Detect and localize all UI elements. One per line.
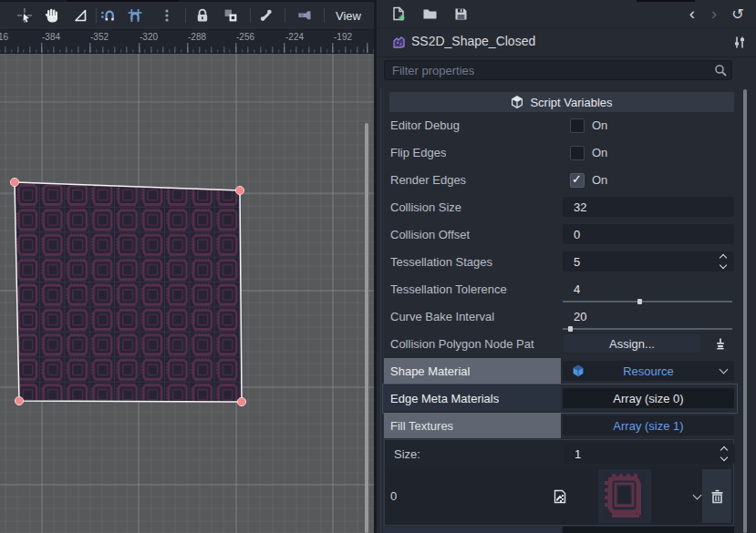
delete-item-button[interactable] [702, 469, 731, 523]
ruler-label: -288 [188, 32, 206, 42]
curve-bake-interval-field[interactable]: 20 [563, 306, 734, 326]
toolbar-separator [324, 8, 325, 23]
property-row-curve-bake-interval: Curve Bake Interval 20 [384, 302, 734, 330]
viewport-vertical-scrollbar[interactable] [365, 123, 368, 533]
checkbox-text: On [592, 142, 607, 162]
field-value: 32 [574, 197, 586, 217]
camera-icon[interactable] [294, 5, 316, 26]
smart-snap-icon[interactable] [97, 5, 119, 26]
node-class-icon [388, 32, 409, 52]
property-row-shape-material: Shape Material Resource [384, 357, 734, 384]
search-icon [714, 64, 727, 79]
bone-icon[interactable] [255, 5, 277, 26]
filter-row [377, 56, 756, 85]
history-forward-icon[interactable]: › [703, 4, 725, 24]
canvas-toolbar: View [0, 2, 374, 30]
history-back-icon[interactable]: ‹ [681, 4, 703, 24]
object-history-icon[interactable]: ↺ [727, 4, 749, 24]
shape-material-resource[interactable]: Resource [563, 361, 734, 381]
toolbar-separator [185, 8, 186, 23]
ruler-label: -320 [140, 32, 158, 42]
tessellation-stages-field[interactable]: 5 [563, 251, 734, 272]
select-tool-icon[interactable] [14, 5, 36, 26]
checkbox-text: On [592, 115, 607, 135]
ruler-label: -352 [90, 32, 109, 42]
array-size-row: Size: 1 [385, 440, 733, 467]
trash-icon [710, 489, 724, 504]
lock-icon[interactable] [192, 5, 213, 26]
texture-thumbnail[interactable] [598, 469, 651, 523]
new-resource-icon[interactable] [388, 4, 409, 24]
inspector-scrollbar[interactable] [743, 89, 747, 533]
property-row-edge-meta-materials: Edge Meta Materials Array (size 0) [384, 384, 734, 412]
field-value: Array (size 1) [563, 415, 734, 436]
ruler-label: -384 [42, 32, 60, 42]
editor-debug-checkbox[interactable] [570, 118, 585, 133]
property-label: Edge Meta Materials [390, 384, 499, 412]
spinner-updown-icon[interactable] [720, 446, 729, 461]
ruler-label: -224 [285, 32, 304, 42]
field-value: 0 [574, 224, 580, 244]
assign-node-path-button[interactable]: Assign... [563, 333, 701, 354]
edge-meta-materials-array-button[interactable]: Array (size 0) [563, 388, 734, 408]
tessellation-tolerence-field[interactable]: 4 [563, 279, 734, 299]
next-property-value-partial [563, 527, 734, 533]
array-size-field[interactable]: 1 [564, 444, 735, 464]
edit-texture-icon[interactable] [553, 489, 567, 507]
script-cube-icon [511, 96, 523, 108]
field-value: 1 [575, 444, 581, 464]
property-row-render-edges: Render Edges On [384, 166, 734, 193]
canvas-viewport[interactable] [0, 54, 374, 533]
array-size-label: Size: [394, 440, 420, 467]
chevron-down-icon[interactable] [720, 366, 727, 374]
field-value: Array (size 0) [563, 388, 734, 408]
spinner-updown-icon[interactable] [719, 254, 728, 269]
property-label: Flip Edges [390, 138, 446, 166]
pan-hand-icon[interactable] [41, 5, 63, 26]
node-picker-icon[interactable] [709, 333, 732, 354]
fill-textures-array-editor: Size: 1 0 [384, 439, 734, 526]
godot-editor-window: View -416 -384 -352 -320 -288 -256 -224 … [0, 0, 756, 533]
field-value: Resource [563, 361, 734, 381]
load-resource-icon[interactable] [419, 4, 440, 24]
ruler-tool-icon[interactable] [69, 5, 91, 26]
toolbar-separator [285, 8, 285, 23]
grid-snap-icon[interactable] [124, 5, 146, 26]
property-row-tessellation-stages: Tessellation Stages 5 [384, 248, 734, 275]
script-variables-header[interactable]: Script Variables [389, 92, 734, 112]
checkbox-text: On [592, 169, 607, 190]
flip-edges-checkbox[interactable] [570, 146, 585, 160]
property-label: Tessellation Stages [390, 248, 492, 275]
inspector-toolbar: ‹ › ↺ [377, 0, 756, 28]
section-title: Script Variables [530, 96, 612, 109]
ruler-label: -192 [334, 32, 352, 42]
property-label: Tessellation Tolerence [390, 275, 507, 302]
filter-properties-input[interactable] [384, 60, 732, 80]
inspector-tools-icon[interactable] [729, 32, 751, 52]
property-label: Collision Offset [390, 220, 470, 248]
property-row-tessellation-tolerence: Tessellation Tolerence 4 [384, 275, 734, 302]
property-label: Shape Material [390, 357, 470, 384]
property-label: Render Edges [390, 166, 466, 193]
collision-size-field[interactable]: 32 [563, 197, 734, 217]
fill-textures-array-button[interactable]: Array (size 1) [563, 415, 734, 436]
property-label: Collision Polygon Node Pat [390, 330, 534, 357]
chevron-down-icon[interactable] [693, 492, 700, 499]
horizontal-ruler[interactable]: -416 -384 -352 -320 -288 -256 -224 -192 [0, 30, 374, 54]
field-value: 5 [574, 251, 580, 272]
property-row-flip-edges: Flip Edges On [384, 138, 734, 166]
property-row-editor-debug: Editor Debug On [384, 111, 734, 138]
inspector-panel: ‹ › ↺ SS2D_Shape_Closed Script Variables [377, 0, 756, 533]
snap-options-kebab-icon[interactable] [158, 5, 176, 26]
shape-polygon[interactable] [0, 54, 374, 533]
view-menu-button[interactable]: View [328, 5, 368, 26]
edited-object-row[interactable]: SS2D_Shape_Closed [377, 28, 756, 57]
array-item-row: 0 [385, 467, 733, 525]
section-guide-line [380, 87, 381, 533]
canvas-pane: View -416 -384 -352 -320 -288 -256 -224 … [0, 0, 374, 533]
ruler-label: -416 [0, 32, 8, 42]
group-icon[interactable] [220, 5, 242, 26]
collision-offset-field[interactable]: 0 [563, 224, 734, 244]
render-edges-checkbox[interactable] [570, 173, 585, 188]
save-resource-icon[interactable] [450, 4, 471, 24]
